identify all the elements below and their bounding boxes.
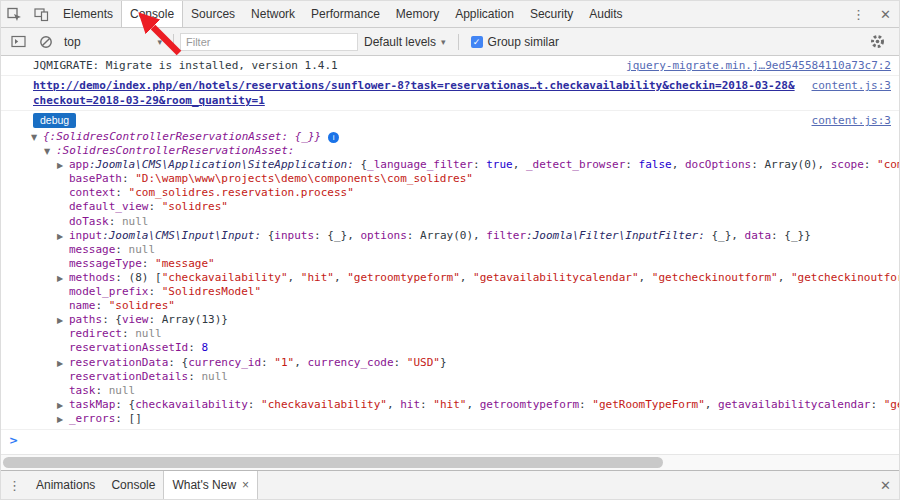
tab-elements[interactable]: Elements bbox=[55, 1, 121, 27]
tree-row: messageType: "message" bbox=[1, 257, 899, 271]
token-s: "solidres" bbox=[162, 200, 228, 213]
filter-input[interactable] bbox=[180, 33, 358, 51]
drawer-tab-console[interactable]: Console bbox=[103, 471, 163, 499]
settings-gear-icon[interactable] bbox=[864, 34, 891, 49]
expander-collapsed-icon[interactable]: ▶ bbox=[57, 357, 69, 370]
expander-collapsed-icon[interactable]: ▶ bbox=[57, 230, 69, 243]
expander-collapsed-icon[interactable]: ▶ bbox=[57, 159, 69, 172]
tree-row[interactable]: ▼:SolidresControllerReservationAsset: bbox=[1, 144, 899, 158]
expander-collapsed-icon[interactable]: ▶ bbox=[57, 413, 69, 426]
token-k: task bbox=[69, 384, 96, 397]
horizontal-scrollbar[interactable] bbox=[1, 454, 899, 470]
tab-sources[interactable]: Sources bbox=[183, 1, 243, 27]
prompt-chevron-icon: > bbox=[9, 434, 18, 447]
tree-row[interactable]: ▶reservationData: {currency_id: "1", cur… bbox=[1, 356, 899, 370]
inspect-element-icon[interactable] bbox=[1, 1, 28, 27]
tab-audits[interactable]: Audits bbox=[581, 1, 630, 27]
token-k: _detect_browser bbox=[526, 158, 625, 171]
token-p: : bbox=[122, 172, 135, 185]
token-p: } bbox=[440, 356, 447, 369]
token-k: inputs bbox=[274, 229, 314, 242]
tab-application[interactable]: Application bbox=[447, 1, 522, 27]
token-p: : bbox=[188, 341, 201, 354]
token-ci: {:SolidresControllerReservationAsset: {_… bbox=[43, 130, 321, 143]
frame-context-value: top bbox=[64, 35, 81, 49]
console-prompt[interactable]: > bbox=[1, 430, 899, 451]
expander-collapsed-icon[interactable]: ▶ bbox=[57, 399, 69, 412]
drawer-menu-icon[interactable]: ⋮ bbox=[1, 471, 28, 499]
expander-expanded-icon[interactable]: ▼ bbox=[31, 131, 43, 144]
tree-row: name: "solidres" bbox=[1, 299, 899, 313]
clear-console-icon[interactable] bbox=[32, 35, 59, 49]
drawer-tab-what-s-new[interactable]: What's New× bbox=[163, 471, 258, 499]
source-link[interactable]: jquery-migrate.min.j…9ed545584110a73c7:2 bbox=[626, 58, 891, 73]
token-s: "D:\wamp\www\projects\demo\components\co… bbox=[135, 172, 473, 185]
token-p: : Array(0), bbox=[751, 158, 830, 171]
console-output: JQMIGRATE: Migrate is installed, version… bbox=[1, 56, 899, 454]
scrollbar-thumb[interactable] bbox=[3, 457, 663, 468]
tree-row[interactable]: ▶methods: (8) ["checkavailability", "hit… bbox=[1, 271, 899, 285]
drawer-tabs: AnimationsConsoleWhat's New× bbox=[28, 471, 258, 499]
source-link[interactable]: content.js:3 bbox=[812, 78, 891, 93]
token-k: data bbox=[745, 229, 772, 242]
tab-security[interactable]: Security bbox=[522, 1, 581, 27]
info-icon[interactable]: i bbox=[328, 132, 339, 143]
token-k: redirect bbox=[69, 327, 122, 340]
tree-row: context: "com_solidres.reservation.proce… bbox=[1, 186, 899, 200]
token-k: reservationDetails bbox=[69, 370, 188, 383]
token-k: hit bbox=[400, 398, 420, 411]
close-tab-icon[interactable]: × bbox=[242, 478, 249, 492]
token-k: model_prefix bbox=[69, 285, 148, 298]
panel-tabs: ElementsConsoleSourcesNetworkPerformance… bbox=[55, 1, 631, 27]
device-toolbar-icon[interactable] bbox=[28, 1, 55, 27]
tree-row: redirect: null bbox=[1, 327, 899, 341]
token-ci: :SolidresControllerReservationAsset: bbox=[56, 144, 294, 157]
token-n: true bbox=[486, 158, 513, 171]
tree-row[interactable]: ▶app:Joomla\CMS\Application\SiteApplicat… bbox=[1, 158, 899, 172]
token-k: _errors bbox=[69, 412, 115, 425]
group-similar-label: Group similar bbox=[488, 35, 559, 49]
tree-row[interactable]: ▶taskMap: {checkavailability: "checkavai… bbox=[1, 398, 899, 412]
token-k: messageType bbox=[69, 257, 142, 270]
token-k: doTask bbox=[69, 215, 109, 228]
token-s: "getRoomTypeForm" bbox=[592, 398, 705, 411]
toolbar-divider bbox=[173, 34, 174, 50]
tree-row: reservationDetails: null bbox=[1, 370, 899, 384]
token-s: "message" bbox=[155, 257, 215, 270]
close-devtools-icon[interactable]: ✕ bbox=[872, 1, 899, 27]
group-similar-checkbox[interactable]: ✓ bbox=[471, 36, 483, 48]
token-k: options bbox=[360, 229, 406, 242]
chevron-down-icon: ▾ bbox=[157, 37, 162, 47]
token-k: currency_code bbox=[307, 356, 393, 369]
frame-context-select[interactable]: top ▾ bbox=[59, 32, 167, 52]
expander-expanded-icon[interactable]: ▼ bbox=[44, 145, 56, 158]
token-url[interactable]: http://demo/index.php/en/hotels/reservat… bbox=[33, 79, 795, 107]
log-levels-select[interactable]: Default levels ▾ bbox=[358, 35, 452, 49]
debug-message-group: debugcontent.js:3▼{:SolidresControllerRe… bbox=[1, 111, 899, 430]
token-k: methods bbox=[69, 271, 115, 284]
token-s: "getroomtypeform" bbox=[347, 271, 460, 284]
source-link[interactable]: content.js:3 bbox=[812, 113, 891, 128]
more-options-icon[interactable]: ⋮ bbox=[845, 1, 872, 27]
tree-row: doTask: null bbox=[1, 215, 899, 229]
tab-console[interactable]: Console bbox=[121, 1, 183, 27]
console-message: JQMIGRATE: Migrate is installed, version… bbox=[1, 56, 899, 76]
drawer-tab-animations[interactable]: Animations bbox=[28, 471, 103, 499]
tab-network[interactable]: Network bbox=[243, 1, 303, 27]
tree-row[interactable]: ▼{:SolidresControllerReservationAsset: {… bbox=[1, 130, 899, 144]
expander-collapsed-icon[interactable]: ▶ bbox=[57, 314, 69, 327]
console-message: debugcontent.js:3 bbox=[1, 111, 899, 130]
tree-row[interactable]: ▶_errors: [] bbox=[1, 412, 899, 426]
tree-row[interactable]: ▶input:Joomla\CMS\Input\Input: {inputs: … bbox=[1, 229, 899, 243]
token-p: : bbox=[148, 200, 161, 213]
token-k: default_view bbox=[69, 200, 148, 213]
token-k: checkavailability bbox=[135, 398, 248, 411]
tab-memory[interactable]: Memory bbox=[388, 1, 447, 27]
close-drawer-icon[interactable]: ✕ bbox=[872, 471, 899, 499]
token-k: context bbox=[69, 186, 115, 199]
tree-row[interactable]: ▶paths: {view: Array(13)} bbox=[1, 313, 899, 327]
console-sidebar-icon[interactable] bbox=[5, 34, 32, 49]
tab-performance[interactable]: Performance bbox=[303, 1, 388, 27]
expander-collapsed-icon[interactable]: ▶ bbox=[57, 272, 69, 285]
token-c: :Joomla\Filter\InputFilter: bbox=[526, 229, 705, 242]
